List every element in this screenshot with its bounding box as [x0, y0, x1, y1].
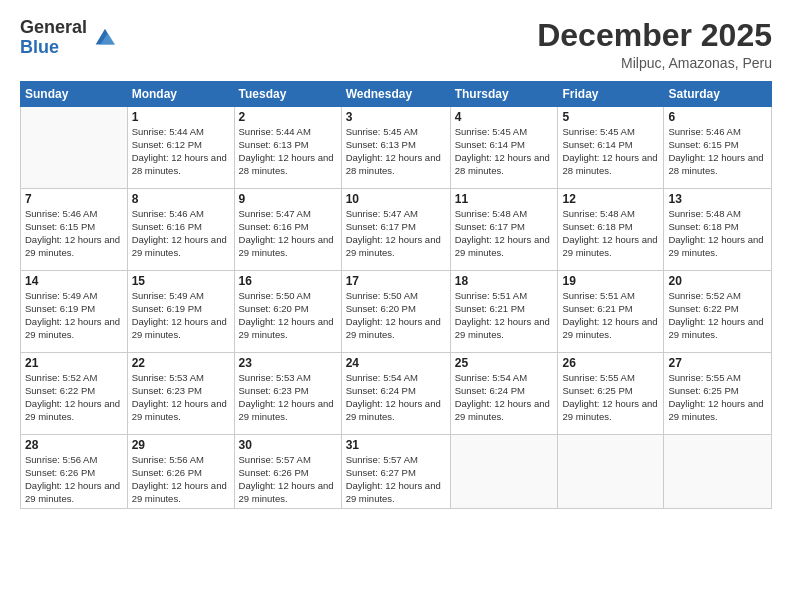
day-number: 6	[668, 110, 767, 124]
calendar-cell: 7Sunrise: 5:46 AMSunset: 6:15 PMDaylight…	[21, 189, 128, 271]
calendar-cell: 23Sunrise: 5:53 AMSunset: 6:23 PMDayligh…	[234, 353, 341, 435]
calendar-cell: 5Sunrise: 5:45 AMSunset: 6:14 PMDaylight…	[558, 107, 664, 189]
day-number: 8	[132, 192, 230, 206]
day-info: Sunrise: 5:46 AMSunset: 6:15 PMDaylight:…	[25, 208, 123, 259]
day-number: 2	[239, 110, 337, 124]
location: Milpuc, Amazonas, Peru	[537, 55, 772, 71]
header: General Blue December 2025 Milpuc, Amazo…	[20, 18, 772, 71]
calendar-cell: 15Sunrise: 5:49 AMSunset: 6:19 PMDayligh…	[127, 271, 234, 353]
day-number: 27	[668, 356, 767, 370]
calendar-cell: 19Sunrise: 5:51 AMSunset: 6:21 PMDayligh…	[558, 271, 664, 353]
calendar-header-tuesday: Tuesday	[234, 82, 341, 107]
logo-blue: Blue	[20, 38, 87, 58]
calendar-cell	[558, 435, 664, 509]
day-info: Sunrise: 5:46 AMSunset: 6:16 PMDaylight:…	[132, 208, 230, 259]
calendar-cell: 2Sunrise: 5:44 AMSunset: 6:13 PMDaylight…	[234, 107, 341, 189]
calendar-cell: 24Sunrise: 5:54 AMSunset: 6:24 PMDayligh…	[341, 353, 450, 435]
day-info: Sunrise: 5:54 AMSunset: 6:24 PMDaylight:…	[455, 372, 554, 423]
day-number: 5	[562, 110, 659, 124]
calendar-week-2: 14Sunrise: 5:49 AMSunset: 6:19 PMDayligh…	[21, 271, 772, 353]
day-info: Sunrise: 5:45 AMSunset: 6:13 PMDaylight:…	[346, 126, 446, 177]
page: General Blue December 2025 Milpuc, Amazo…	[0, 0, 792, 612]
calendar-cell: 3Sunrise: 5:45 AMSunset: 6:13 PMDaylight…	[341, 107, 450, 189]
calendar-cell: 18Sunrise: 5:51 AMSunset: 6:21 PMDayligh…	[450, 271, 558, 353]
day-number: 12	[562, 192, 659, 206]
day-number: 3	[346, 110, 446, 124]
day-info: Sunrise: 5:54 AMSunset: 6:24 PMDaylight:…	[346, 372, 446, 423]
day-number: 7	[25, 192, 123, 206]
logo-icon	[91, 24, 119, 52]
calendar-cell: 22Sunrise: 5:53 AMSunset: 6:23 PMDayligh…	[127, 353, 234, 435]
day-info: Sunrise: 5:55 AMSunset: 6:25 PMDaylight:…	[668, 372, 767, 423]
day-number: 18	[455, 274, 554, 288]
day-info: Sunrise: 5:47 AMSunset: 6:17 PMDaylight:…	[346, 208, 446, 259]
day-number: 23	[239, 356, 337, 370]
day-number: 29	[132, 438, 230, 452]
day-info: Sunrise: 5:52 AMSunset: 6:22 PMDaylight:…	[25, 372, 123, 423]
calendar-cell: 31Sunrise: 5:57 AMSunset: 6:27 PMDayligh…	[341, 435, 450, 509]
calendar-cell: 1Sunrise: 5:44 AMSunset: 6:12 PMDaylight…	[127, 107, 234, 189]
calendar-header-friday: Friday	[558, 82, 664, 107]
day-info: Sunrise: 5:48 AMSunset: 6:18 PMDaylight:…	[668, 208, 767, 259]
calendar-header-wednesday: Wednesday	[341, 82, 450, 107]
calendar-cell: 30Sunrise: 5:57 AMSunset: 6:26 PMDayligh…	[234, 435, 341, 509]
calendar-cell: 16Sunrise: 5:50 AMSunset: 6:20 PMDayligh…	[234, 271, 341, 353]
calendar-header-row: SundayMondayTuesdayWednesdayThursdayFrid…	[21, 82, 772, 107]
day-number: 25	[455, 356, 554, 370]
calendar-cell: 9Sunrise: 5:47 AMSunset: 6:16 PMDaylight…	[234, 189, 341, 271]
calendar-week-1: 7Sunrise: 5:46 AMSunset: 6:15 PMDaylight…	[21, 189, 772, 271]
day-number: 26	[562, 356, 659, 370]
calendar-week-3: 21Sunrise: 5:52 AMSunset: 6:22 PMDayligh…	[21, 353, 772, 435]
calendar-header-sunday: Sunday	[21, 82, 128, 107]
day-number: 16	[239, 274, 337, 288]
calendar-cell: 8Sunrise: 5:46 AMSunset: 6:16 PMDaylight…	[127, 189, 234, 271]
calendar-cell: 6Sunrise: 5:46 AMSunset: 6:15 PMDaylight…	[664, 107, 772, 189]
calendar-cell: 12Sunrise: 5:48 AMSunset: 6:18 PMDayligh…	[558, 189, 664, 271]
day-info: Sunrise: 5:57 AMSunset: 6:27 PMDaylight:…	[346, 454, 446, 505]
logo-text: General Blue	[20, 18, 87, 58]
calendar: SundayMondayTuesdayWednesdayThursdayFrid…	[20, 81, 772, 509]
day-number: 24	[346, 356, 446, 370]
day-number: 15	[132, 274, 230, 288]
calendar-cell: 25Sunrise: 5:54 AMSunset: 6:24 PMDayligh…	[450, 353, 558, 435]
day-info: Sunrise: 5:55 AMSunset: 6:25 PMDaylight:…	[562, 372, 659, 423]
calendar-cell: 29Sunrise: 5:56 AMSunset: 6:26 PMDayligh…	[127, 435, 234, 509]
day-number: 1	[132, 110, 230, 124]
day-info: Sunrise: 5:45 AMSunset: 6:14 PMDaylight:…	[562, 126, 659, 177]
calendar-cell	[450, 435, 558, 509]
logo-general: General	[20, 18, 87, 38]
calendar-cell: 11Sunrise: 5:48 AMSunset: 6:17 PMDayligh…	[450, 189, 558, 271]
calendar-header-saturday: Saturday	[664, 82, 772, 107]
day-info: Sunrise: 5:57 AMSunset: 6:26 PMDaylight:…	[239, 454, 337, 505]
calendar-header-thursday: Thursday	[450, 82, 558, 107]
day-info: Sunrise: 5:48 AMSunset: 6:18 PMDaylight:…	[562, 208, 659, 259]
day-info: Sunrise: 5:53 AMSunset: 6:23 PMDaylight:…	[239, 372, 337, 423]
day-number: 4	[455, 110, 554, 124]
day-info: Sunrise: 5:47 AMSunset: 6:16 PMDaylight:…	[239, 208, 337, 259]
day-info: Sunrise: 5:56 AMSunset: 6:26 PMDaylight:…	[25, 454, 123, 505]
day-number: 22	[132, 356, 230, 370]
day-info: Sunrise: 5:45 AMSunset: 6:14 PMDaylight:…	[455, 126, 554, 177]
calendar-cell: 26Sunrise: 5:55 AMSunset: 6:25 PMDayligh…	[558, 353, 664, 435]
calendar-header-monday: Monday	[127, 82, 234, 107]
calendar-cell	[664, 435, 772, 509]
day-info: Sunrise: 5:49 AMSunset: 6:19 PMDaylight:…	[132, 290, 230, 341]
day-info: Sunrise: 5:50 AMSunset: 6:20 PMDaylight:…	[239, 290, 337, 341]
calendar-week-4: 28Sunrise: 5:56 AMSunset: 6:26 PMDayligh…	[21, 435, 772, 509]
day-info: Sunrise: 5:44 AMSunset: 6:13 PMDaylight:…	[239, 126, 337, 177]
day-number: 19	[562, 274, 659, 288]
calendar-cell: 10Sunrise: 5:47 AMSunset: 6:17 PMDayligh…	[341, 189, 450, 271]
day-info: Sunrise: 5:53 AMSunset: 6:23 PMDaylight:…	[132, 372, 230, 423]
day-number: 11	[455, 192, 554, 206]
day-number: 13	[668, 192, 767, 206]
day-number: 20	[668, 274, 767, 288]
month-title: December 2025	[537, 18, 772, 53]
calendar-cell: 28Sunrise: 5:56 AMSunset: 6:26 PMDayligh…	[21, 435, 128, 509]
day-number: 17	[346, 274, 446, 288]
day-info: Sunrise: 5:52 AMSunset: 6:22 PMDaylight:…	[668, 290, 767, 341]
day-number: 10	[346, 192, 446, 206]
logo: General Blue	[20, 18, 119, 58]
day-number: 30	[239, 438, 337, 452]
day-info: Sunrise: 5:56 AMSunset: 6:26 PMDaylight:…	[132, 454, 230, 505]
calendar-week-0: 1Sunrise: 5:44 AMSunset: 6:12 PMDaylight…	[21, 107, 772, 189]
